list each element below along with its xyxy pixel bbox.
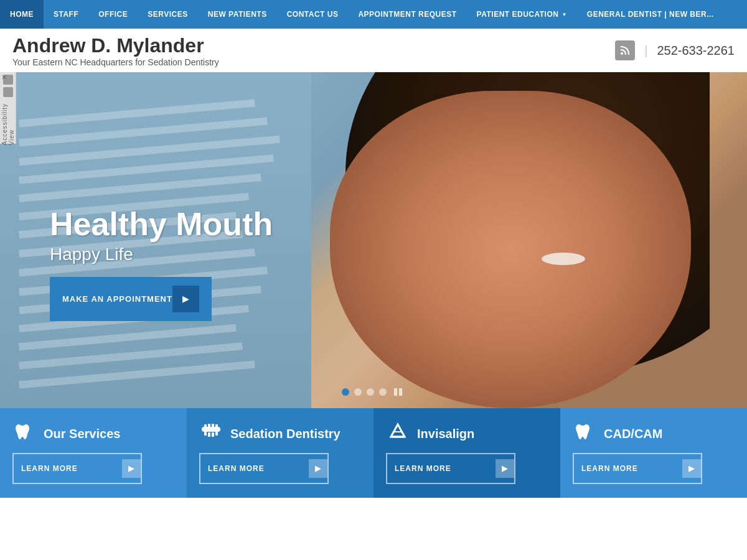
hero-section: Healthy Mouth Happy Life MAKE AN APPOINT… (0, 72, 747, 408)
slider-dot-4[interactable] (379, 388, 387, 396)
site-title: Andrew D. Mylander (12, 34, 219, 57)
nav-new-patients[interactable]: NEW PATIENTS (198, 0, 277, 29)
hero-image-face (330, 91, 691, 408)
accessibility-close[interactable]: ✕ (1, 73, 7, 82)
learn-more-label-4: LEARN MORE (581, 464, 638, 473)
hero-image-teeth (542, 253, 585, 265)
accessibility-label: Accessibility View (1, 103, 15, 145)
make-appointment-button[interactable]: MAKE AN APPOINTMENT ▶ (50, 277, 212, 321)
hero-title: Healthy Mouth (50, 207, 273, 242)
slider-dot-1[interactable] (342, 388, 349, 396)
service-card-invisalign: Invisalign LEARN MORE ▶ (374, 408, 560, 498)
learn-more-label-3: LEARN MORE (395, 464, 451, 473)
invisalign-icon (386, 419, 410, 448)
service-title-2: Sedation Dentistry (230, 426, 341, 441)
hero-content: Healthy Mouth Happy Life MAKE AN APPOINT… (50, 207, 273, 321)
slider-dot-3[interactable] (367, 388, 374, 396)
learn-more-label-1: LEARN MORE (21, 464, 78, 473)
acc-icon-2 (3, 87, 13, 97)
service-title-3: Invisalign (417, 426, 474, 441)
slider-pause-button[interactable] (394, 388, 405, 396)
site-subtitle: Your Eastern NC Headquarters for Sedatio… (12, 57, 219, 67)
learn-more-arrow-1: ▶ (122, 459, 141, 478)
svg-rect-2 (204, 424, 207, 428)
learn-more-arrow-4: ▶ (682, 459, 701, 478)
svg-point-0 (621, 52, 623, 55)
pause-bar-left (394, 388, 397, 396)
nav-appointment[interactable]: APPOINTMENT REQUEST (348, 0, 466, 29)
navigation: HOME STAFF OFFICE SERVICES NEW PATIENTS … (0, 0, 747, 29)
nav-staff[interactable]: STAFF (44, 0, 88, 29)
learn-more-arrow-3: ▶ (496, 459, 514, 478)
svg-rect-3 (208, 424, 210, 428)
service-card-cadcam: CAD/CAM LEARN MORE ▶ (560, 408, 747, 498)
nav-patient-education[interactable]: PATIENT EDUCATION (467, 0, 577, 29)
service-card-top-2: Sedation Dentistry (199, 419, 361, 448)
site-header: Andrew D. Mylander Your Eastern NC Headq… (0, 29, 747, 72)
phone-number: 252-633-2261 (657, 44, 735, 58)
svg-rect-7 (208, 432, 210, 437)
slider-dot-2[interactable] (354, 388, 362, 396)
appointment-btn-label: MAKE AN APPOINTMENT (62, 294, 172, 304)
svg-rect-9 (215, 432, 218, 436)
svg-marker-10 (391, 424, 405, 437)
nav-contact-us[interactable]: CONTACT US (277, 0, 349, 29)
slider-controls (342, 388, 405, 396)
service-card-our-services: Our Services LEARN MORE ▶ (0, 408, 187, 498)
cadcam-tooth-icon (573, 419, 596, 448)
svg-rect-8 (212, 432, 214, 437)
learn-more-arrow-2: ▶ (309, 459, 327, 478)
service-card-top-4: CAD/CAM (573, 419, 735, 448)
nav-general-dentist[interactable]: GENERAL DENTIST | NEW BER... (577, 0, 724, 29)
header-right: | 252-633-2261 (615, 40, 735, 60)
learn-more-button-4[interactable]: LEARN MORE ▶ (573, 453, 702, 484)
learn-more-label-2: LEARN MORE (208, 464, 265, 473)
learn-more-button-3[interactable]: LEARN MORE ▶ (386, 453, 515, 484)
nav-services[interactable]: SERVICES (138, 0, 197, 29)
accessibility-bar: ✕ Accessibility View (0, 72, 16, 144)
tooth-icon-1 (12, 419, 36, 448)
hero-subtitle: Happy Life (50, 245, 273, 264)
service-card-top-3: Invisalign (386, 419, 548, 448)
sedation-icon (199, 419, 223, 448)
nav-home[interactable]: HOME (0, 0, 44, 29)
svg-rect-4 (212, 424, 214, 428)
service-card-top-1: Our Services (12, 419, 174, 448)
learn-more-button-2[interactable]: LEARN MORE ▶ (199, 453, 329, 484)
nav-office[interactable]: OFFICE (88, 0, 138, 29)
rss-icon[interactable] (615, 40, 635, 60)
service-title-4: CAD/CAM (604, 426, 662, 441)
svg-rect-6 (204, 432, 207, 436)
services-row: Our Services LEARN MORE ▶ (0, 408, 747, 498)
service-title-1: Our Services (44, 426, 120, 441)
service-card-sedation: Sedation Dentistry LEARN MORE ▶ (187, 408, 374, 498)
pause-bar-right (399, 388, 402, 396)
header-divider: | (644, 44, 647, 58)
appointment-btn-arrow: ▶ (172, 286, 199, 312)
brand-info: Andrew D. Mylander Your Eastern NC Headq… (12, 34, 219, 67)
learn-more-button-1[interactable]: LEARN MORE ▶ (12, 453, 142, 484)
svg-rect-5 (215, 424, 218, 428)
